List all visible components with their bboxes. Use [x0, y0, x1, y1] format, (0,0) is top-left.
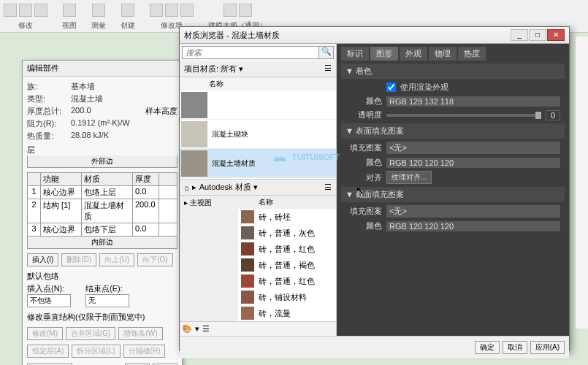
layers-table-header: 功能材质厚度 — [27, 172, 177, 186]
minimize-icon[interactable]: _ — [511, 29, 528, 41]
material-item[interactable] — [180, 91, 336, 120]
cut-color-field[interactable]: RGB 120 120 120 — [386, 221, 560, 231]
tool-icon[interactable] — [4, 4, 17, 17]
material-browser-dialog: 材质浏览器 - 混凝土墙材质 _ □ ✕ 🔍 项目材质: 所有 ▾☰ 名称 混凝… — [179, 26, 570, 351]
transparency-slider[interactable] — [386, 114, 541, 117]
material-item[interactable]: 混凝土砌块 — [180, 120, 336, 149]
tool-icon[interactable] — [19, 4, 32, 17]
library-item[interactable]: 砖，砖坯 — [238, 209, 336, 225]
tab-identity[interactable]: 标识 — [341, 47, 369, 61]
tab-graphics[interactable]: 图形 — [370, 47, 398, 61]
down-button[interactable]: 向下(O) — [137, 253, 172, 266]
search-input[interactable] — [182, 46, 319, 59]
property-tabs: 标识 图形 外观 物理 热度 — [341, 47, 565, 61]
surface-color-field[interactable]: RGB 120 120 120 — [386, 158, 560, 168]
maximize-icon[interactable]: □ — [529, 29, 546, 41]
add-material-icon[interactable]: 🎨 — [182, 324, 192, 334]
texture-align-button[interactable]: 纹理对齐... — [386, 171, 432, 184]
home-icon[interactable]: ⌂ — [184, 183, 189, 192]
library-list: 砖，砖坯砖，普通，灰色砖，普通，红色砖，普通，褐色砖，普通，红色砖，铺设材料砖，… — [238, 209, 336, 321]
material-list: 混凝土砌块混凝土墙材质胶合板，面层 — [180, 91, 336, 179]
list-icon[interactable]: ☰ — [202, 324, 210, 334]
tool-icon[interactable] — [92, 4, 105, 17]
table-row[interactable]: 3核心边界包络下层0.0 — [27, 223, 177, 237]
insert-button[interactable]: 插入(I) — [27, 253, 58, 266]
tab-physical[interactable]: 物理 — [429, 47, 457, 61]
folder-icon[interactable]: ▾ — [195, 324, 199, 334]
library-item[interactable]: 砖，普通，褐色 — [238, 257, 336, 273]
library-item[interactable]: 砖，普通，灰色 — [238, 225, 336, 241]
cut-pattern-field[interactable]: <无> — [386, 205, 560, 218]
library-item[interactable]: 砖，普通，红色 — [238, 273, 336, 289]
split-button[interactable]: 拆分区域(L) — [72, 345, 120, 358]
assign-button[interactable]: 指定层(A) — [27, 345, 69, 358]
table-row[interactable]: 2结构 [1]混凝土墙材质200.0 — [27, 199, 177, 223]
material-item[interactable]: 混凝土墙材质 — [180, 149, 336, 178]
library-item[interactable]: 砖，铺设材料 — [238, 289, 336, 305]
delete-button[interactable]: 删除(D) — [61, 253, 96, 266]
tab-appearance[interactable]: 外观 — [400, 47, 427, 61]
dialog-title: 编辑部件 — [23, 61, 182, 77]
tool-icon[interactable] — [180, 4, 194, 17]
tool-icon[interactable] — [150, 4, 163, 17]
table-row[interactable]: 1核心边界包络上层0.0 — [27, 186, 177, 199]
use-render-checkbox[interactable] — [386, 82, 396, 92]
sweeps-button[interactable]: 墙饰条(W) — [118, 327, 162, 340]
edit-assembly-dialog: 编辑部件 族:基本墙 类型:混凝土墙 厚度总计:200.0样本高度 阻力(R):… — [22, 60, 183, 365]
side-panel — [575, 36, 588, 328]
insert-point-select[interactable]: 不包络 — [27, 294, 71, 307]
library-item[interactable]: 砖，普通，红色 — [238, 241, 336, 257]
apply-button[interactable]: 应用(A) — [530, 341, 565, 354]
view-icon[interactable]: ☰ — [324, 64, 332, 74]
up-button[interactable]: 向上(U) — [99, 253, 134, 266]
tool-icon[interactable] — [165, 4, 178, 17]
tool-icon[interactable] — [224, 4, 237, 17]
tab-thermal[interactable]: 热度 — [458, 47, 486, 61]
tool-icon[interactable] — [63, 4, 76, 17]
tool-icon[interactable] — [34, 4, 47, 17]
cancel-button[interactable]: 取消 — [503, 341, 527, 354]
dialog-title: 材质浏览器 - 混凝土墙材质 — [184, 30, 280, 41]
reveals-button[interactable]: 分隔缝(R) — [123, 345, 166, 358]
modify-button[interactable]: 修改(M) — [27, 327, 63, 340]
merge-button[interactable]: 合并区域(G) — [66, 327, 115, 340]
library-item[interactable]: 砖，流曼 — [238, 305, 336, 321]
end-point-select[interactable]: 无 — [85, 294, 129, 307]
tool-icon[interactable] — [239, 4, 252, 17]
tool-icon[interactable] — [121, 4, 134, 17]
close-icon[interactable]: ✕ — [547, 29, 565, 41]
surface-pattern-field[interactable]: <无> — [386, 142, 560, 154]
color-field[interactable]: RGB 129 132 118 — [386, 96, 560, 107]
search-icon[interactable]: 🔍 — [319, 46, 334, 59]
ok-button[interactable]: 确定 — [475, 341, 500, 354]
view-icon[interactable]: ☰ — [324, 182, 332, 192]
